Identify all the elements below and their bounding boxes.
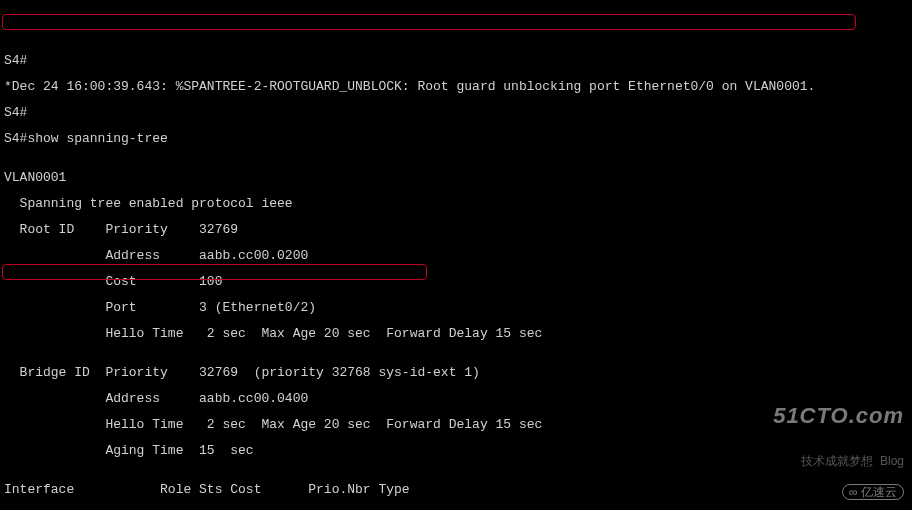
watermark-slogan: 技术成就梦想 Blog xyxy=(773,455,904,467)
annotation-box-syslog xyxy=(2,14,856,30)
command-line[interactable]: S4#show spanning-tree xyxy=(4,132,908,145)
root-id-priority: Root ID Priority 32769 xyxy=(4,223,908,236)
root-id-port: Port 3 (Ethernet0/2) xyxy=(4,301,908,314)
prompt-line: S4# xyxy=(4,54,908,67)
bridge-id-address: Address aabb.cc00.0400 xyxy=(4,392,908,405)
vlan-header: VLAN0001 xyxy=(4,171,908,184)
bridge-id-timers: Hello Time 2 sec Max Age 20 sec Forward … xyxy=(4,418,908,431)
interface-table-header: Interface Role Sts Cost Prio.Nbr Type xyxy=(4,483,908,496)
stp-mode: Spanning tree enabled protocol ieee xyxy=(4,197,908,210)
bridge-id-aging: Aging Time 15 sec xyxy=(4,444,908,457)
root-id-timers: Hello Time 2 sec Max Age 20 sec Forward … xyxy=(4,327,908,340)
prompt-line: S4# xyxy=(4,106,908,119)
root-id-address: Address aabb.cc00.0200 xyxy=(4,249,908,262)
root-id-cost: Cost 100 xyxy=(4,275,908,288)
syslog-line: *Dec 24 16:00:39.643: %SPANTREE-2-ROOTGU… xyxy=(4,80,908,93)
bridge-id-priority: Bridge ID Priority 32769 (priority 32768… xyxy=(4,366,908,379)
